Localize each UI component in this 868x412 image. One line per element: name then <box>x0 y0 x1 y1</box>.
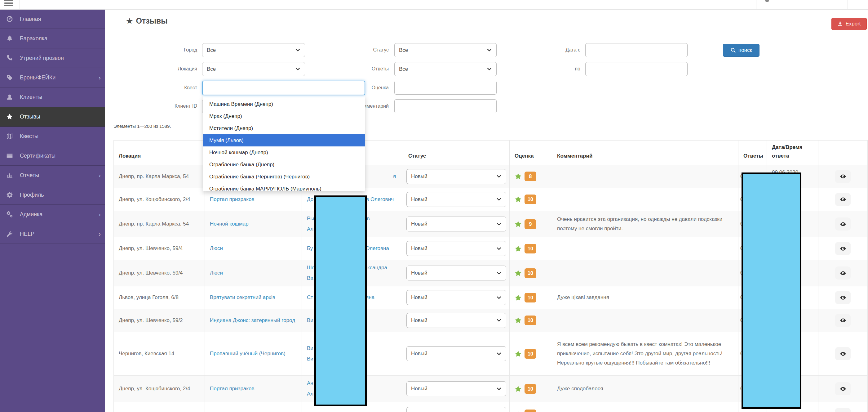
status-cell: Новый <box>403 165 509 188</box>
sidebar: ГлавнаяБарахолкаУтрений прозвонБронь/ФЕЙ… <box>0 9 105 412</box>
row-status-select[interactable]: Новый <box>406 381 506 396</box>
client-link[interactable]: До <box>307 194 313 205</box>
client-link[interactable]: яна <box>366 292 374 303</box>
view-button[interactable] <box>835 291 850 304</box>
status-select[interactable]: Все <box>394 43 497 57</box>
client-link[interactable]: Ви <box>307 354 313 364</box>
client-link[interactable]: в <box>367 213 370 224</box>
view-button[interactable] <box>835 242 850 255</box>
sidebar-item-отзывы[interactable]: Отзывы <box>0 107 105 126</box>
quest-link[interactable]: Люси <box>210 270 223 276</box>
score-input[interactable] <box>394 81 497 95</box>
client-link[interactable]: Ал <box>307 389 313 399</box>
quest-dropdown-option[interactable]: Мрак (Днепр) <box>203 110 365 122</box>
client-link[interactable]: Ви <box>307 343 313 354</box>
client-link[interactable]: Га <box>307 409 312 412</box>
view-button[interactable] <box>835 170 850 183</box>
quest-link[interactable]: Люси <box>210 245 223 251</box>
row-status-select[interactable]: Новый <box>406 241 506 256</box>
view-button[interactable] <box>835 347 850 360</box>
sidebar-item-клиенты[interactable]: Клиенты <box>0 87 105 107</box>
quest-dropdown-option[interactable]: Мумія (Львов) <box>203 134 365 146</box>
user-dot-icon[interactable] <box>765 0 769 2</box>
client-link[interactable]: Ан <box>307 378 313 389</box>
sidebar-item-бронь-фейки[interactable]: Бронь/ФЕЙКи› <box>0 68 105 87</box>
client-link[interactable]: Ры <box>307 213 314 224</box>
chevron-down-icon <box>496 222 502 227</box>
quest-dropdown-option[interactable]: Машина Времени (Днепр) <box>203 98 365 110</box>
comment-input[interactable] <box>394 99 497 113</box>
quest-dropdown-option[interactable]: Ограбление банка МАРИУПОЛЬ (Мариуполь) <box>203 183 365 191</box>
quest-dropdown-option[interactable]: Ограбление банка (Днепр) <box>203 158 365 171</box>
row-status-select[interactable]: Новый <box>406 266 506 281</box>
score-badge: 9 <box>525 219 536 229</box>
sidebar-item-отчеты[interactable]: Отчеты› <box>0 166 105 185</box>
hamburger-icon[interactable] <box>4 0 13 7</box>
quest-link[interactable]: Ночной кошмар <box>210 221 249 227</box>
score-star-icon <box>515 173 522 180</box>
sidebar-item-квесты[interactable]: Квесты <box>0 126 105 146</box>
search-icon <box>731 48 736 53</box>
view-button[interactable] <box>835 266 850 279</box>
eye-icon <box>840 270 846 276</box>
navbar-divider <box>779 0 779 9</box>
client-link[interactable]: Ва <box>307 273 313 284</box>
row-status-select[interactable]: Новый <box>406 169 506 184</box>
quest-link[interactable]: Портал призраков <box>210 196 254 202</box>
column-header <box>818 141 868 165</box>
download-icon <box>837 21 843 27</box>
client-link[interactable]: я <box>393 171 396 182</box>
view-button[interactable] <box>835 314 850 327</box>
score-star-icon <box>515 196 522 203</box>
city-select[interactable]: Все <box>202 43 305 57</box>
quest-dropdown-option[interactable]: Ограбление банка (Чернигов) (Чернигов) <box>203 171 365 183</box>
date-to-input[interactable] <box>585 62 688 76</box>
search-button[interactable]: поиск <box>723 44 760 57</box>
location-cell: Днепр, ул. Шевченко, 59/4 <box>114 237 205 260</box>
view-button[interactable] <box>835 408 850 412</box>
location-select[interactable]: Все <box>202 62 305 76</box>
quest-link[interactable]: Врятувати секретний архів <box>210 294 275 300</box>
quest-dropdown-option[interactable]: Мстители (Днепр) <box>203 122 365 134</box>
quest-dropdown-option[interactable]: Ночной кошмар (Днепр) <box>203 146 365 158</box>
score-cell: 10 <box>509 188 552 211</box>
chart-icon <box>6 172 14 179</box>
sidebar-item-сертификаты[interactable]: Сертификаты <box>0 146 105 166</box>
quest-link[interactable]: Портал призраков <box>210 386 254 391</box>
row-status-select[interactable]: Новый <box>406 407 506 412</box>
row-status-select[interactable]: Новый <box>406 313 506 328</box>
quest-link[interactable]: Пропавший учёный (Чернигов) <box>210 351 285 356</box>
answers-label: Ответы <box>327 65 389 72</box>
sidebar-item-help[interactable]: HELP› <box>0 224 105 244</box>
sidebar-item-профиль[interactable]: Профиль <box>0 185 105 205</box>
client-link[interactable]: в Олегович <box>366 194 394 205</box>
date-from-input[interactable] <box>585 43 688 57</box>
quest-link[interactable]: Индиана Джонс: затерянный город <box>210 317 295 323</box>
view-button[interactable] <box>835 217 850 231</box>
quest-input[interactable] <box>202 81 365 95</box>
client-link[interactable]: Ст <box>307 292 313 303</box>
client-link[interactable]: Олеговна <box>366 243 389 254</box>
view-button[interactable] <box>835 382 850 395</box>
score-cell: 10 <box>509 376 552 402</box>
client-link[interactable]: ксандра <box>367 262 387 273</box>
answers-select[interactable]: Все <box>394 62 497 76</box>
view-button[interactable] <box>835 193 850 206</box>
sidebar-item-админка[interactable]: Админка› <box>0 205 105 224</box>
reviews-admin-page: ГлавнаяБарахолкаУтрений прозвонБронь/ФЕЙ… <box>0 0 868 412</box>
row-status-select[interactable]: Новый <box>406 192 506 207</box>
sidebar-item-утрений-прозвон[interactable]: Утрений прозвон <box>0 49 105 68</box>
sidebar-item-главная[interactable]: Главная <box>0 9 105 29</box>
client-link[interactable]: Ал <box>307 224 313 235</box>
client-link[interactable]: Ше <box>307 262 315 273</box>
client-link[interactable]: дреевич <box>365 409 385 412</box>
client-link[interactable]: Бу <box>307 243 313 254</box>
row-status-select[interactable]: Новый <box>406 346 506 361</box>
sidebar-item-барахолка[interactable]: Барахолка <box>0 29 105 49</box>
row-status-select[interactable]: Новый <box>406 216 506 231</box>
map-icon <box>6 133 14 140</box>
row-status-select[interactable]: Новый <box>406 290 506 305</box>
client-link[interactable]: Ви <box>307 315 313 326</box>
chevron-down-icon <box>496 270 502 276</box>
export-button[interactable]: Export <box>831 18 867 30</box>
